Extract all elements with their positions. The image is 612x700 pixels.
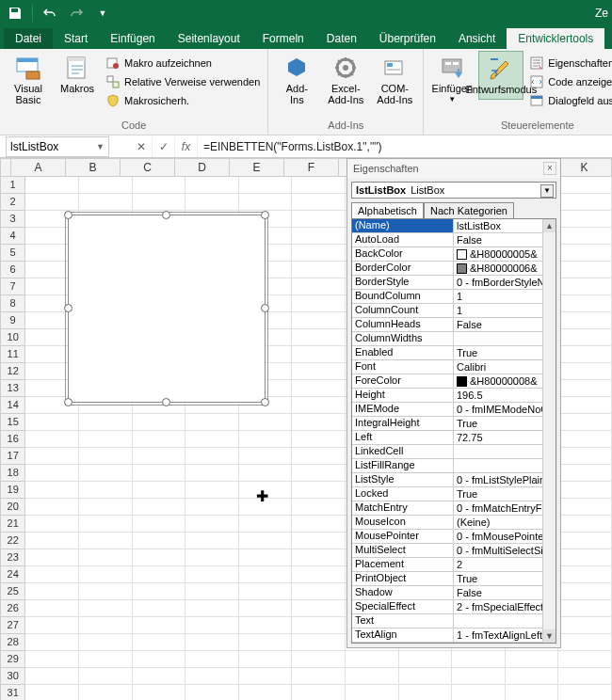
- cell[interactable]: [185, 431, 239, 448]
- cell[interactable]: [558, 329, 612, 346]
- cell[interactable]: [25, 600, 79, 617]
- cell[interactable]: [292, 346, 346, 363]
- row-header[interactable]: 12: [0, 363, 25, 380]
- row-header[interactable]: 13: [0, 380, 25, 397]
- cell[interactable]: [292, 262, 346, 278]
- property-row[interactable]: IMEMode0 - fmIMEModeNoControl: [352, 403, 556, 417]
- cell[interactable]: [558, 516, 612, 533]
- property-value[interactable]: Calibri: [454, 360, 556, 374]
- properties-object-selector[interactable]: lstListBox ListBox ▼: [351, 182, 556, 199]
- tab-ansicht[interactable]: Ansicht: [447, 28, 507, 49]
- cell[interactable]: [558, 245, 612, 262]
- cell[interactable]: [133, 668, 186, 685]
- property-row[interactable]: ColumnHeadsFalse: [352, 318, 556, 332]
- cell[interactable]: [292, 211, 346, 228]
- cell[interactable]: [185, 177, 239, 194]
- resize-handle-e[interactable]: [261, 304, 269, 312]
- row-header[interactable]: 9: [0, 312, 25, 329]
- cell[interactable]: [79, 482, 133, 499]
- cell[interactable]: [185, 533, 239, 549]
- property-row[interactable]: ListStyle0 - fmListStylePlain: [352, 473, 556, 487]
- cell[interactable]: [558, 448, 612, 465]
- redo-button[interactable]: [65, 2, 88, 24]
- property-value[interactable]: True: [454, 417, 556, 430]
- row-header[interactable]: 14: [0, 397, 25, 414]
- row-header[interactable]: 27: [0, 617, 25, 634]
- visual-basic-button[interactable]: Visual Basic: [6, 51, 51, 109]
- cell[interactable]: [79, 177, 133, 194]
- cell[interactable]: [292, 448, 346, 465]
- cell[interactable]: [292, 431, 346, 448]
- resize-handle-sw[interactable]: [64, 398, 72, 406]
- property-row[interactable]: MatchEntry0 - fmMatchEntryFirstLette: [352, 501, 556, 516]
- cell[interactable]: [558, 533, 612, 549]
- property-value[interactable]: 1: [454, 304, 556, 317]
- cell[interactable]: [558, 211, 612, 228]
- cell[interactable]: [558, 278, 612, 295]
- cell[interactable]: [292, 295, 346, 312]
- row-header[interactable]: 26: [0, 600, 25, 617]
- column-header[interactable]: A: [11, 158, 66, 177]
- row-header[interactable]: 19: [0, 482, 25, 499]
- cell[interactable]: [506, 651, 559, 668]
- tab-daten[interactable]: Daten: [315, 28, 368, 49]
- property-row[interactable]: ShadowFalse: [352, 586, 556, 600]
- property-row[interactable]: Text: [352, 614, 556, 628]
- column-header[interactable]: C: [121, 158, 175, 177]
- cell[interactable]: [239, 448, 293, 465]
- cell[interactable]: [79, 566, 133, 583]
- cell[interactable]: [25, 465, 79, 482]
- cell[interactable]: [292, 617, 346, 634]
- cell[interactable]: [292, 533, 346, 549]
- tab-formeln[interactable]: Formeln: [251, 28, 315, 49]
- property-row[interactable]: IntegralHeightTrue: [352, 417, 556, 431]
- cell[interactable]: [185, 414, 239, 431]
- resize-handle-n[interactable]: [162, 211, 170, 219]
- property-value[interactable]: (Keine): [454, 516, 556, 529]
- cell[interactable]: [133, 617, 186, 634]
- fx-button[interactable]: fx: [175, 136, 198, 157]
- property-row[interactable]: ColumnWidths: [352, 332, 556, 346]
- cell[interactable]: [558, 312, 612, 329]
- cell[interactable]: [292, 363, 346, 380]
- cell[interactable]: [292, 516, 346, 533]
- relative-verweise-button[interactable]: Relative Verweise verwenden: [104, 73, 262, 90]
- cell[interactable]: [558, 600, 612, 617]
- property-row[interactable]: Left72.75: [352, 431, 556, 445]
- cell[interactable]: [239, 549, 293, 566]
- property-row[interactable]: BorderColor&H80000006&: [352, 262, 556, 276]
- cell[interactable]: [239, 634, 293, 651]
- cell[interactable]: [133, 651, 186, 668]
- cancel-formula-button[interactable]: ✕: [130, 136, 153, 157]
- cell[interactable]: [79, 448, 133, 465]
- tab-seitenlayout[interactable]: Seitenlayout: [167, 28, 251, 49]
- cell[interactable]: [506, 668, 559, 685]
- cell[interactable]: [25, 499, 79, 516]
- properties-scrollbar[interactable]: ▲ ▼: [542, 219, 556, 643]
- property-row[interactable]: AutoLoadFalse: [352, 233, 556, 247]
- cell[interactable]: [133, 448, 186, 465]
- column-header[interactable]: E: [230, 158, 284, 177]
- row-header[interactable]: 6: [0, 262, 25, 278]
- property-row[interactable]: PrintObjectTrue: [352, 572, 556, 586]
- property-row[interactable]: Height196.5: [352, 389, 556, 403]
- cell[interactable]: [25, 516, 79, 533]
- cell[interactable]: [239, 414, 293, 431]
- row-header[interactable]: 3: [0, 211, 25, 228]
- cell[interactable]: [79, 600, 133, 617]
- property-value[interactable]: False: [454, 586, 556, 599]
- property-row[interactable]: SpecialEffect2 - fmSpecialEffectSunken: [352, 600, 556, 614]
- property-value[interactable]: 1: [454, 290, 556, 303]
- cell[interactable]: [239, 566, 293, 583]
- cell[interactable]: [239, 685, 293, 700]
- cell[interactable]: [25, 431, 79, 448]
- eigenschaften-button[interactable]: Eigenschaften: [527, 55, 612, 72]
- cell[interactable]: [558, 668, 612, 685]
- property-row[interactable]: EnabledTrue: [352, 346, 556, 360]
- cell[interactable]: [558, 549, 612, 566]
- property-row[interactable]: MultiSelect0 - fmMultiSelectSingle: [352, 544, 556, 558]
- property-value[interactable]: [454, 445, 556, 458]
- cell[interactable]: [185, 465, 239, 482]
- row-header[interactable]: 4: [0, 228, 25, 245]
- cell[interactable]: [133, 600, 186, 617]
